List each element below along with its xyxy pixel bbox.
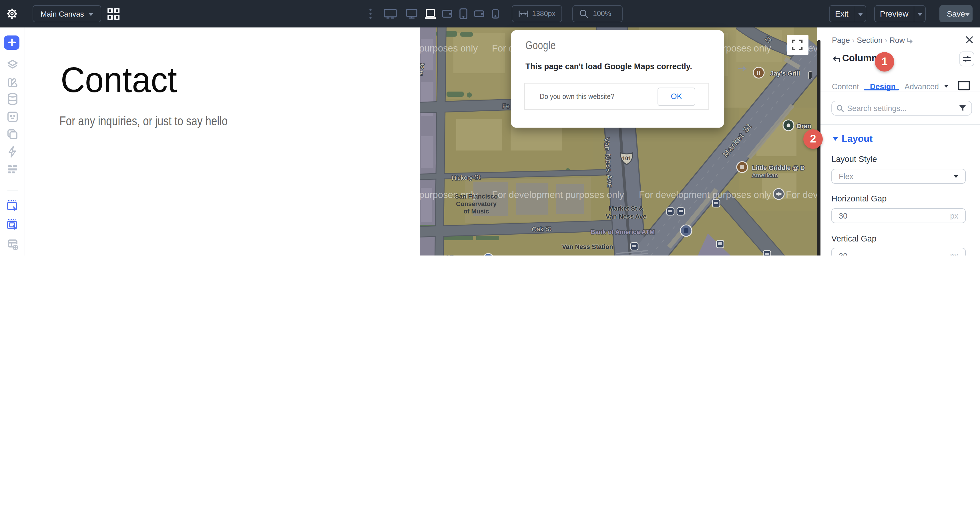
svg-text:101: 101	[622, 155, 631, 161]
svg-text:Oak St: Oak St	[532, 225, 551, 233]
svg-text:San Francisco: San Francisco	[455, 193, 498, 200]
svg-text:American: American	[752, 172, 778, 179]
svg-text:8 Franklin St. Lot: 8 Franklin St. Lot	[428, 255, 479, 256]
svg-text:Hickory St: Hickory St	[452, 173, 480, 181]
svg-text:Van Ness Station: Van Ness Station	[562, 243, 613, 250]
svg-text:Jay's Grill: Jay's Grill	[770, 70, 800, 77]
svg-text:For development purposes only: For development purposes only	[639, 189, 771, 200]
svg-text:Oran: Oran	[797, 123, 811, 129]
svg-text:For development purposes only: For development purposes only	[419, 43, 478, 54]
svg-text:of Music: of Music	[463, 208, 489, 215]
svg-text:For development purposes only: For development purposes only	[786, 189, 817, 200]
svg-text:Fe: Fe	[502, 102, 510, 110]
svg-text:Conservatory: Conservatory	[456, 200, 497, 208]
svg-text:For development purposes only: For development purposes only	[492, 189, 624, 200]
svg-text:P: P	[486, 255, 491, 256]
svg-text:Market St &: Market St &	[609, 205, 643, 212]
svg-text:Little Griddle @ D: Little Griddle @ D	[752, 164, 805, 171]
svg-text:Bank of America ATM: Bank of America ATM	[591, 228, 655, 235]
svg-text:Van Ness Ave: Van Ness Ave	[606, 213, 647, 220]
